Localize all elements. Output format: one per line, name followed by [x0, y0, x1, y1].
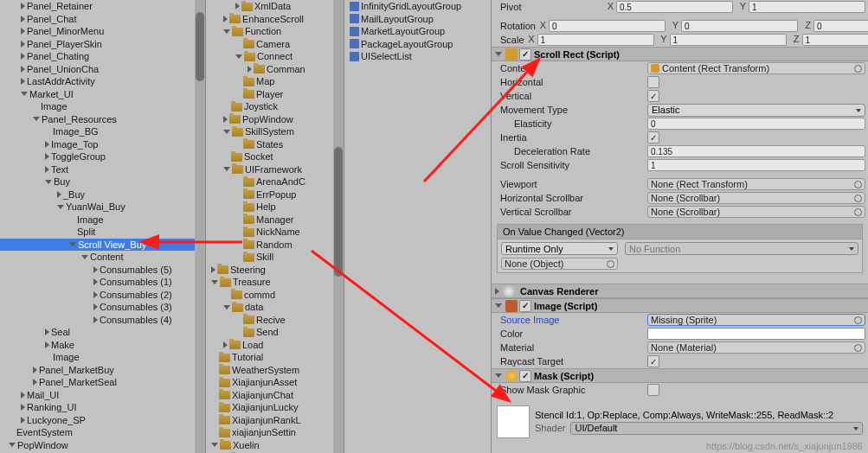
hierarchy-item[interactable]: Split	[0, 226, 195, 239]
enable-checkbox[interactable]	[519, 370, 531, 382]
project-folder-item[interactable]: Send	[206, 326, 333, 339]
foldout-icon[interactable]	[235, 54, 242, 59]
enable-checkbox[interactable]	[519, 300, 531, 312]
foldout-icon[interactable]	[33, 379, 37, 386]
rot-z-input[interactable]	[813, 20, 868, 32]
project-folder-item[interactable]: Treasure	[206, 276, 333, 289]
project-folder-item[interactable]: ArenaAndC	[206, 175, 333, 188]
hierarchy-scrollbar[interactable]	[195, 0, 205, 453]
project-folder-item[interactable]: Socket	[206, 150, 333, 163]
project-folder-item[interactable]: Player	[206, 88, 333, 101]
project-folder-item[interactable]: XiajianjunRankL	[206, 414, 333, 427]
foldout-icon[interactable]	[45, 341, 49, 348]
content-field[interactable]: Content (Rect Transform)	[647, 62, 865, 74]
movement-type-dropdown[interactable]: Elastic	[647, 104, 865, 117]
rot-x-input[interactable]	[549, 20, 665, 32]
material-field[interactable]: None (Material)	[647, 341, 865, 354]
foldout-icon[interactable]	[21, 41, 25, 48]
hierarchy-item[interactable]: Consumables (2)	[0, 289, 195, 302]
hierarchy-item[interactable]: Panel_MinorMenu	[0, 25, 195, 38]
shader-dropdown[interactable]: UI/Default	[570, 422, 863, 435]
foldout-icon[interactable]	[223, 130, 230, 134]
hierarchy-item[interactable]: Market_UI	[0, 88, 195, 101]
project-folder-item[interactable]: Recive	[206, 314, 333, 327]
foldout-icon[interactable]	[248, 66, 252, 73]
foldout-icon[interactable]	[93, 278, 98, 285]
hierarchy-item[interactable]: Panel_Chat	[0, 13, 195, 26]
project-folder-item[interactable]: Manager	[206, 214, 333, 226]
foldout-icon[interactable]	[81, 255, 88, 259]
foldout-icon[interactable]	[223, 116, 228, 123]
hierarchy-item[interactable]: Panel_UnionCha	[0, 63, 195, 76]
foldout-icon[interactable]	[211, 280, 218, 284]
scale-x-input[interactable]	[537, 34, 654, 46]
foldout-icon[interactable]	[45, 153, 49, 160]
project-folder-item[interactable]: NickName	[206, 226, 333, 239]
hierarchy-item[interactable]: Buy	[0, 175, 195, 188]
hierarchy-item[interactable]: Consumables (3)	[0, 301, 195, 314]
foldout-icon[interactable]	[21, 28, 25, 35]
project-folder-item[interactable]: PopWindow	[206, 113, 333, 126]
project-folder-item[interactable]: Steering	[206, 264, 333, 277]
foldout-icon[interactable]	[57, 191, 61, 198]
elasticity-input[interactable]	[647, 118, 865, 130]
project-folder-item[interactable]: ErrPopup	[206, 188, 333, 201]
project-folder-item[interactable]: States	[206, 138, 333, 151]
project-folder-item[interactable]: Map	[206, 75, 333, 88]
foldout-icon[interactable]	[223, 16, 228, 22]
pivot-y-input[interactable]	[749, 1, 865, 13]
hierarchy-item[interactable]: Content	[0, 251, 195, 264]
hierarchy-item[interactable]: Panel_PlayerSkin	[0, 38, 195, 51]
hierarchy-item[interactable]: Consumables (1)	[0, 276, 195, 289]
hierarchy-item[interactable]: Image	[0, 351, 195, 364]
prefab-item[interactable]: UISelectList	[344, 50, 480, 63]
event-runtime-dropdown[interactable]: Runtime Only	[501, 242, 618, 255]
foldout-icon[interactable]	[21, 404, 25, 411]
hierarchy-item[interactable]: LastAddrActivity	[0, 75, 195, 88]
project-folder-item[interactable]: XiajianjunChat	[206, 389, 333, 402]
foldout-icon[interactable]	[21, 53, 25, 60]
project-folder-item[interactable]: Function	[206, 25, 333, 38]
color-swatch[interactable]	[647, 328, 865, 340]
scroll-rect-header[interactable]: Scroll Rect (Script)	[492, 47, 868, 61]
project-folder-item[interactable]: UIFramework	[206, 163, 333, 176]
foldout-icon[interactable]	[45, 180, 52, 184]
raycast-checkbox[interactable]	[647, 355, 659, 367]
hierarchy-item[interactable]: Luckyone_SP	[0, 414, 195, 427]
hierarchy-item[interactable]: Consumables (4)	[0, 314, 195, 327]
project-folder-item[interactable]: Skill	[206, 251, 333, 264]
foldout-icon[interactable]	[9, 443, 16, 447]
foldout-icon[interactable]	[21, 92, 28, 96]
prefab-item[interactable]: MarketLayoutGroup	[344, 25, 480, 38]
foldout-icon[interactable]	[21, 16, 25, 22]
foldout-icon[interactable]	[93, 266, 98, 273]
project-folder-item[interactable]: Xuelin	[206, 439, 333, 452]
foldout-icon[interactable]	[21, 3, 25, 10]
project-scrollbar[interactable]	[333, 0, 344, 453]
foldout-icon[interactable]	[21, 66, 25, 73]
project-folder-item[interactable]: Help	[206, 201, 333, 214]
project-folder-item[interactable]: XmlData	[206, 0, 333, 13]
hierarchy-item[interactable]: Panel_Chating	[0, 50, 195, 63]
project-folder-item[interactable]: XiajianjunAsset	[206, 376, 333, 389]
hscrollbar-field[interactable]: None (Scrollbar)	[647, 192, 865, 204]
project-folder-item[interactable]: xiajianjunSettin	[206, 426, 333, 439]
project-folder-item[interactable]: Load	[206, 339, 333, 352]
foldout-icon[interactable]	[93, 316, 98, 323]
foldout-icon[interactable]	[235, 3, 240, 10]
project-folder-item[interactable]: Tutorial	[206, 351, 333, 364]
hierarchy-item[interactable]: ToggleGroup	[0, 150, 195, 163]
deceleration-input[interactable]	[647, 145, 865, 157]
vscrollbar-field[interactable]: None (Scrollbar)	[647, 206, 865, 218]
foldout-icon[interactable]	[211, 266, 215, 273]
foldout-icon[interactable]	[57, 205, 64, 209]
hierarchy-item[interactable]: Image_BG	[0, 125, 195, 138]
pivot-x-input[interactable]	[616, 1, 733, 13]
foldout-icon[interactable]	[45, 141, 49, 148]
mask-header[interactable]: Mask (Script)	[492, 368, 868, 383]
enable-checkbox[interactable]	[519, 48, 531, 61]
image-header[interactable]: Image (Script)	[492, 298, 868, 313]
project-folder-item[interactable]: Joystick	[206, 100, 333, 113]
project-folder-item[interactable]: data	[206, 301, 333, 314]
source-image-label[interactable]: Source Image	[500, 315, 647, 325]
